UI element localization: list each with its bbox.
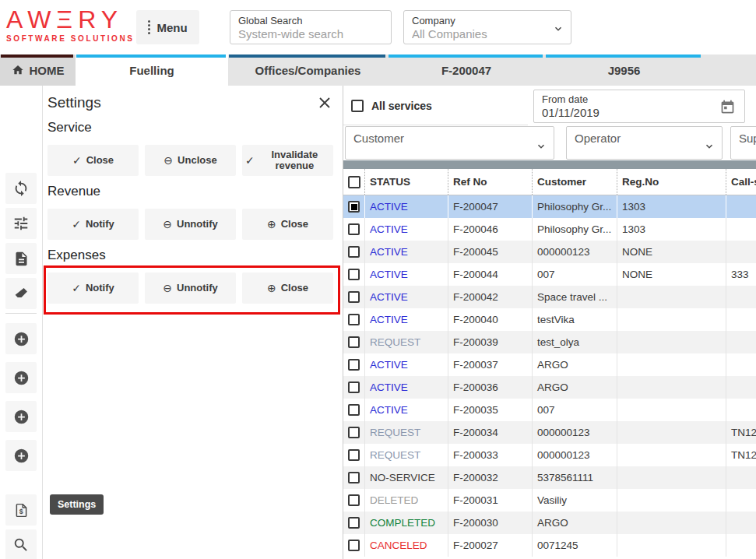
table-row[interactable]: ACTIVEF-200037ARGO [343,353,756,376]
tab-j9956[interactable]: J9956 [545,54,703,86]
row-select-checkbox[interactable] [348,472,360,483]
table-row[interactable]: NO-SERVICEF-2000325378561111 [343,466,756,489]
tab-label: J9956 [608,64,641,77]
add-button-3[interactable] [5,401,37,432]
company-select[interactable]: Company All Companies [403,10,571,44]
table-body: ACTIVEF-200047Philosophy Gr...1303ACTIVE… [343,195,756,557]
refresh-button[interactable] [5,173,37,204]
search-button[interactable] [5,529,37,559]
row-select-checkbox[interactable] [348,381,360,393]
column-header-status[interactable]: STATUS [364,169,448,195]
search-icon [12,536,30,554]
table-row[interactable]: ACTIVEF-200040testVika [343,308,756,331]
select-all-checkbox[interactable] [348,176,360,188]
brand-logo[interactable]: AWΞRY SOFTWARE SOLUTIONS [6,7,135,43]
from-date-input[interactable]: From date 01/11/2019 [533,90,745,123]
row-select-checkbox[interactable] [348,404,360,416]
row-select-checkbox[interactable] [348,517,360,529]
row-select-checkbox[interactable] [348,336,360,348]
all-services-filter: All services [343,86,528,125]
row-select-checkbox[interactable] [348,359,360,371]
table-row[interactable]: DELETEDF-200031Vasiliy [343,489,756,512]
global-search-input[interactable]: Global Search System-wide search [230,10,392,44]
sidebar: $ [0,86,43,559]
document-button[interactable] [5,243,37,274]
call-sign-cell: TN1252 [726,444,756,466]
service-close-button[interactable]: ✓Close [47,145,139,176]
settings-panel: Settings Service✓Close⊖Unclose✓Invalidat… [44,86,343,559]
customer-cell: ARGO [532,353,617,376]
reg-no-cell [617,444,726,466]
add-button-2[interactable] [5,362,37,393]
from-date-value: 01/11/2019 [542,106,737,120]
service-invalidate-revenue-button[interactable]: ✓Invalidate revenue [242,145,333,176]
horizontal-scrollbar[interactable] [343,160,756,169]
operator-select[interactable]: Operator [566,126,723,160]
add-button-1[interactable] [5,323,37,354]
revenue-unnotify-button[interactable]: ⊖Unnotify [145,209,236,240]
reg-no-cell [617,308,726,331]
row-select-checkbox[interactable] [348,449,360,461]
revenue-notify-button[interactable]: ✓Notify [47,209,139,240]
table-row[interactable]: ACTIVEF-200045000000123NONE [343,241,756,263]
check-icon: ✓ [72,283,81,294]
row-select-checkbox[interactable] [348,314,360,325]
column-header-call-sign[interactable]: Call-sign [726,169,756,195]
tab-offices-companies[interactable]: Offices/Companies [228,54,388,86]
customer-cell: 0071245 [532,534,617,557]
revenue-close-button[interactable]: ⊕Close [242,209,333,240]
row-select-checkbox[interactable] [348,291,360,303]
table-row[interactable]: CANCELEDF-2000270071245 [343,534,756,557]
column-header-ref-no[interactable]: Ref No [448,169,532,195]
table-row[interactable]: REQUESTF-200034000000123TN1252 [343,421,756,444]
expenses-notify-button[interactable]: ✓Notify [47,272,139,304]
row-select-checkbox[interactable] [348,269,360,280]
operator-select-label: Operator [575,132,714,146]
row-select-checkbox[interactable] [348,246,360,258]
supplier-select[interactable]: Supp [730,126,756,160]
tab-f-200047[interactable]: F-200047 [388,54,545,86]
tab-fuelling[interactable]: Fuelling [76,54,228,86]
all-services-checkbox[interactable] [351,100,364,112]
close-icon[interactable] [318,97,331,109]
expenses-unnotify-button[interactable]: ⊖Unnotify [145,272,236,304]
table-row[interactable]: REQUESTF-200039test_olya [343,331,756,353]
row-select-checkbox[interactable] [348,223,360,235]
row-select-checkbox[interactable] [348,494,360,506]
table-row[interactable]: ACTIVEF-200042Space travel ... [343,286,756,308]
call-sign-cell [726,218,756,241]
call-sign-cell: 333 [726,263,756,286]
table-row[interactable]: ACTIVEF-200044007NONE333 [343,263,756,286]
row-select-checkbox[interactable] [348,201,360,213]
menu-label: Menu [156,21,187,34]
calendar-icon[interactable] [719,99,736,115]
table-row[interactable]: ACTIVEF-200046Philosophy Gr...1303 [343,218,756,241]
table-row[interactable]: COMPLETEDF-200030ARGO [343,512,756,534]
call-sign-cell [726,353,756,376]
service-unclose-button[interactable]: ⊖Unclose [145,145,236,176]
add-button-4[interactable] [5,440,37,471]
tab-label: HOME [30,64,65,77]
table-row[interactable]: ACTIVEF-200036ARGO [343,376,756,399]
status-cell: REQUEST [364,331,448,353]
table-row[interactable]: REQUESTF-200033000000123TN1252 [343,444,756,466]
clear-button[interactable] [5,278,37,309]
table-row[interactable]: ACTIVEF-200047Philosophy Gr...1303 [343,195,756,218]
invoice-button[interactable]: $ [5,494,37,526]
tab-home[interactable]: HOME [0,54,76,86]
customer-select[interactable]: Customer [345,126,554,160]
table-row[interactable]: ACTIVEF-200035007 [343,399,756,421]
tab-label: F-200047 [441,64,491,77]
ref-no-cell: F-200039 [448,331,532,353]
select-cell [343,444,364,466]
call-sign-cell [726,331,756,353]
row-select-checkbox[interactable] [348,427,360,438]
row-select-checkbox[interactable] [348,540,360,551]
column-header-customer[interactable]: Customer [532,169,617,195]
sidebar-divider [5,313,37,314]
eraser-icon [13,286,30,302]
filters-button[interactable] [5,208,37,239]
expenses-close-button[interactable]: ⊕Close [242,272,333,304]
menu-button[interactable]: Menu [136,10,199,44]
column-header-reg-no[interactable]: Reg.No [617,169,726,195]
